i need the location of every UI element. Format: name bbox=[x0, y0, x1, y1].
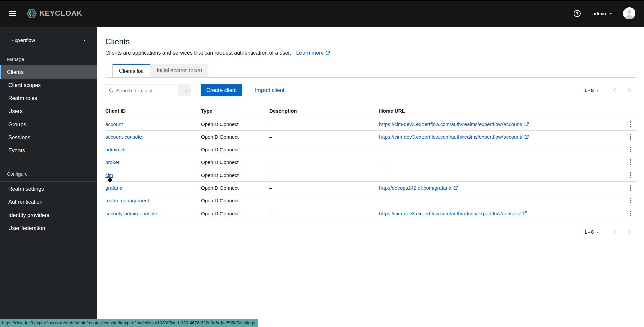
client-link-admin-cli[interactable]: admin-cli bbox=[105, 147, 125, 152]
status-bar-url: https://cim-dev3.expertflow.com/auth/adm… bbox=[0, 319, 258, 327]
pagination-bottom: 1 - 8 ▾ bbox=[584, 226, 637, 238]
pagination-top: 1 - 8 ▾ bbox=[584, 84, 637, 96]
menu-toggle-icon[interactable] bbox=[9, 11, 16, 16]
manage-nav-list: Clients Client scopes Realm roles Users … bbox=[0, 65, 97, 157]
client-description: – bbox=[269, 169, 379, 182]
realm-selector-value: Expertflow bbox=[11, 37, 35, 43]
sidebar-item-client-scopes[interactable]: Client scopes bbox=[0, 79, 97, 92]
home-url-text: https://cim-dev3.expertflow.com/auth/rea… bbox=[379, 121, 522, 127]
client-description: – bbox=[269, 131, 379, 143]
brand-title: KEYCLOAK bbox=[39, 9, 82, 18]
client-link-account[interactable]: account bbox=[105, 121, 123, 127]
tab-initial-access-token[interactable]: Initial access token bbox=[150, 64, 208, 77]
sidebar-item-realm-settings[interactable]: Realm settings bbox=[0, 182, 97, 195]
client-link-grafana[interactable]: grafana bbox=[105, 185, 122, 191]
kebab-menu-icon[interactable] bbox=[627, 133, 634, 141]
tab-bar: Clients list Initial access token bbox=[105, 64, 637, 78]
help-icon[interactable]: ? bbox=[574, 10, 581, 17]
kebab-menu-icon[interactable] bbox=[627, 171, 634, 179]
avatar[interactable] bbox=[623, 7, 635, 19]
column-type: Type bbox=[201, 105, 269, 118]
create-client-button[interactable]: Create client bbox=[201, 84, 242, 96]
kebab-menu-icon[interactable] bbox=[627, 158, 634, 167]
main-content: Clients Clients are applications and ser… bbox=[97, 27, 644, 327]
sidebar-item-groups[interactable]: Groups bbox=[0, 118, 97, 131]
sidebar-item-users[interactable]: Users bbox=[0, 105, 97, 118]
realm-selector[interactable]: Expertflow ▾ bbox=[7, 34, 90, 46]
column-description: Description bbox=[269, 105, 379, 118]
chevron-down-icon: ▾ bbox=[610, 12, 612, 15]
client-type: OpenID Connect bbox=[201, 207, 269, 220]
prev-page-button[interactable] bbox=[607, 226, 622, 238]
search-submit-button[interactable]: → bbox=[178, 84, 191, 96]
toolbar: → Create client Import client 1 - 8 ▾ bbox=[105, 84, 637, 96]
import-client-link[interactable]: Import client bbox=[255, 87, 284, 93]
client-link-account-console[interactable]: account-console bbox=[105, 134, 142, 140]
pagination-options-icon[interactable]: ▾ bbox=[597, 230, 598, 234]
client-type: OpenID Connect bbox=[201, 156, 269, 169]
client-link-realm-management[interactable]: realm-management bbox=[105, 198, 149, 203]
sidebar-item-events[interactable]: Events bbox=[0, 144, 97, 157]
learn-more-link[interactable]: Learn more bbox=[296, 50, 330, 56]
learn-more-label: Learn more bbox=[296, 50, 324, 56]
search-icon bbox=[109, 88, 113, 93]
search-box bbox=[105, 84, 178, 96]
chevron-left-icon bbox=[613, 88, 616, 93]
sidebar-item-identity-providers[interactable]: Identity providers bbox=[0, 208, 97, 222]
sidebar-divider bbox=[0, 181, 97, 182]
chevron-left-icon bbox=[613, 229, 616, 235]
home-url-link[interactable]: https://cim-dev3.expertflow.com/auth/adm… bbox=[379, 211, 527, 216]
external-link-icon bbox=[453, 186, 458, 190]
top-navbar: KEYCLOAK ? admin ▾ bbox=[0, 0, 644, 27]
home-url-empty: – bbox=[379, 169, 618, 182]
kebab-menu-icon[interactable] bbox=[627, 120, 634, 128]
client-description: – bbox=[269, 143, 379, 156]
table-row: cim OpenID Connect – – bbox=[105, 169, 637, 182]
user-menu[interactable]: admin ▾ bbox=[592, 11, 612, 16]
client-type: OpenID Connect bbox=[201, 143, 269, 156]
chevron-right-icon bbox=[628, 229, 631, 235]
sidebar: Expertflow ▾ Manage Clients Client scope… bbox=[0, 27, 97, 327]
pagination-options-icon[interactable]: ▾ bbox=[597, 89, 598, 92]
client-description: – bbox=[269, 182, 379, 194]
kebab-menu-icon[interactable] bbox=[627, 209, 634, 218]
column-client-id: Client ID bbox=[105, 105, 201, 118]
home-url-empty: – bbox=[379, 143, 618, 156]
client-link-security-admin-console[interactable]: security-admin-console bbox=[105, 211, 157, 216]
client-link-broker[interactable]: broker bbox=[105, 159, 120, 165]
clients-table: Client ID Type Description Home URL acco… bbox=[105, 105, 637, 220]
prev-page-button[interactable] bbox=[607, 84, 622, 96]
search-input[interactable] bbox=[116, 88, 175, 93]
page-title: Clients bbox=[105, 37, 637, 46]
home-url-link[interactable]: https://cim-dev3.expertflow.com/auth/rea… bbox=[379, 134, 529, 140]
next-page-button[interactable] bbox=[622, 226, 637, 238]
client-description: – bbox=[269, 194, 379, 207]
nav-section-configure: Configure bbox=[0, 157, 97, 180]
arrow-right-icon: → bbox=[182, 87, 188, 94]
external-link-icon bbox=[524, 135, 529, 139]
sidebar-item-clients[interactable]: Clients bbox=[0, 65, 97, 79]
kebab-menu-icon[interactable] bbox=[627, 146, 634, 154]
tab-clients-list[interactable]: Clients list bbox=[112, 64, 150, 77]
kebab-menu-icon[interactable] bbox=[627, 197, 634, 205]
nav-section-manage: Manage bbox=[0, 51, 97, 65]
page-description: Clients are applications and services th… bbox=[105, 50, 291, 56]
client-type: OpenID Connect bbox=[201, 169, 269, 182]
pagination-range: 1 - 8 bbox=[584, 88, 594, 93]
home-url-link[interactable]: https://cim-dev3.expertflow.com/auth/rea… bbox=[379, 121, 529, 127]
client-type: OpenID Connect bbox=[201, 182, 269, 194]
sidebar-item-sessions[interactable]: Sessions bbox=[0, 131, 97, 144]
sidebar-item-user-federation[interactable]: User federation bbox=[0, 222, 97, 235]
table-row: account-console OpenID Connect – https:/… bbox=[105, 131, 637, 143]
home-url-link[interactable]: http://devops242.ef.com/grafana bbox=[379, 185, 458, 191]
kebab-menu-icon[interactable] bbox=[627, 184, 634, 192]
next-page-button[interactable] bbox=[622, 84, 637, 96]
table-row: broker OpenID Connect – – bbox=[105, 156, 637, 169]
sidebar-item-realm-roles[interactable]: Realm roles bbox=[0, 92, 97, 105]
external-link-icon bbox=[325, 51, 330, 55]
keycloak-brand[interactable]: KEYCLOAK bbox=[26, 9, 82, 18]
table-row: grafana OpenID Connect – http://devops24… bbox=[105, 182, 637, 194]
pagination-range: 1 - 8 bbox=[584, 229, 594, 235]
sidebar-item-authentication[interactable]: Authentication bbox=[0, 195, 97, 208]
client-type: OpenID Connect bbox=[201, 118, 269, 131]
